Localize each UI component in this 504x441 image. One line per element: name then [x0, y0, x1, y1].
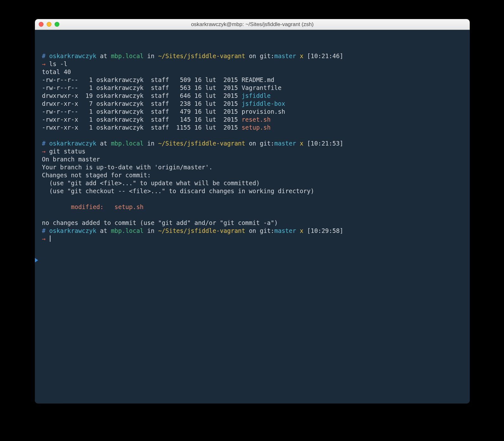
ls-row: -rw-r--r-- 1 oskarkrawczyk staff 479 16 … — [42, 108, 242, 115]
ls-filename: jsfiddle-box — [242, 100, 285, 107]
prompt-hash: # — [42, 140, 45, 147]
ls-row: -rwxr-xr-x 1 oskarkrawczyk staff 145 16 … — [42, 116, 242, 123]
prompt-branch: master — [274, 140, 296, 147]
ls-row: -rw-r--r-- 1 oskarkrawczyk staff 563 16 … — [42, 84, 242, 91]
git-modified-file: setup.sh — [115, 203, 144, 210]
prompt-host: mbp.local — [111, 227, 143, 234]
prompt-at: at — [100, 52, 107, 59]
prompt-in: in — [147, 227, 155, 234]
prompt-on: on — [249, 227, 256, 234]
prompt-user: oskarkrawczyk — [49, 52, 96, 59]
git-line: Changes not staged for commit: — [42, 172, 151, 179]
prompt-git-prefix: git: — [260, 140, 275, 147]
prompt-on: on — [249, 140, 256, 147]
prompt-in: in — [147, 52, 155, 59]
prompt-dirty: x — [300, 227, 303, 234]
prompt-dirty: x — [300, 140, 303, 147]
command-1: ls -l — [49, 60, 67, 67]
prompt-path: ~/Sites/jsfiddle-vagrant — [158, 52, 245, 59]
git-line: no changes added to commit (use "git add… — [42, 219, 278, 226]
git-line: Your branch is up-to-date with 'origin/m… — [42, 164, 213, 171]
prompt-git-prefix: git: — [260, 227, 275, 234]
prompt-host: mbp.local — [111, 140, 143, 147]
prompt-at: at — [100, 227, 107, 234]
prompt-user: oskarkrawczyk — [49, 227, 96, 234]
git-line: On branch master — [42, 156, 100, 163]
stage: oskarkrawczyk@mbp: ~/Sites/jsfiddle-vagr… — [0, 0, 504, 441]
prompt-on: on — [249, 52, 256, 59]
git-line: (use "git checkout -- <file>..." to disc… — [42, 187, 314, 194]
prompt-time: [10:29:58] — [307, 227, 343, 234]
window-title: oskarkrawczyk@mbp: ~/Sites/jsfiddle-vagr… — [35, 21, 470, 28]
terminal-window: oskarkrawczyk@mbp: ~/Sites/jsfiddle-vagr… — [35, 19, 470, 404]
ls-row: drwxr-xr-x 7 oskarkrawczyk staff 238 16 … — [42, 100, 242, 107]
ls-filename: setup.sh — [242, 124, 271, 131]
ls-filename: reset.sh — [242, 116, 271, 123]
terminal-body[interactable]: # oskarkrawczyk at mbp.local in ~/Sites/… — [35, 30, 470, 404]
prompt-time: [10:21:53] — [307, 140, 343, 147]
ls-total: total 40 — [42, 68, 71, 75]
ls-filename: jsfiddle — [242, 92, 271, 99]
cursor — [50, 235, 50, 242]
prompt-at: at — [100, 140, 107, 147]
ls-filename: README.md — [242, 76, 274, 83]
prompt-path: ~/Sites/jsfiddle-vagrant — [158, 227, 245, 234]
prompt-hash: # — [42, 52, 45, 59]
prompt-branch: master — [274, 227, 296, 234]
ls-row: drwxrwxr-x 19 oskarkrawczyk staff 646 16… — [42, 92, 242, 99]
ls-row: -rwxr-xr-x 1 oskarkrawczyk staff 1155 16… — [42, 124, 242, 131]
ls-filename: Vagrantfile — [242, 84, 282, 91]
ls-row: -rw-r--r-- 1 oskarkrawczyk staff 509 16 … — [42, 76, 242, 83]
git-modified-label: modified: — [71, 203, 104, 210]
prompt-branch: master — [274, 52, 296, 59]
command-2: git status — [49, 148, 85, 155]
prompt-git-prefix: git: — [260, 52, 275, 59]
prompt-path: ~/Sites/jsfiddle-vagrant — [158, 140, 245, 147]
titlebar[interactable]: oskarkrawczyk@mbp: ~/Sites/jsfiddle-vagr… — [35, 19, 470, 30]
prompt-hash: # — [42, 227, 45, 234]
prompt-time: [10:21:46] — [307, 52, 343, 59]
git-line: (use "git add <file>..." to update what … — [42, 180, 260, 187]
ls-filename: provision.sh — [242, 108, 285, 115]
prompt-host: mbp.local — [111, 52, 143, 59]
prompt-arrow: → — [42, 235, 45, 242]
vi-mode-marker-icon — [35, 258, 38, 262]
prompt-in: in — [147, 140, 155, 147]
prompt-dirty: x — [300, 52, 303, 59]
prompt-arrow: → — [42, 60, 45, 67]
prompt-arrow: → — [42, 148, 45, 155]
ls-listing: -rw-r--r-- 1 oskarkrawczyk staff 509 16 … — [42, 76, 285, 131]
prompt-user: oskarkrawczyk — [49, 140, 96, 147]
